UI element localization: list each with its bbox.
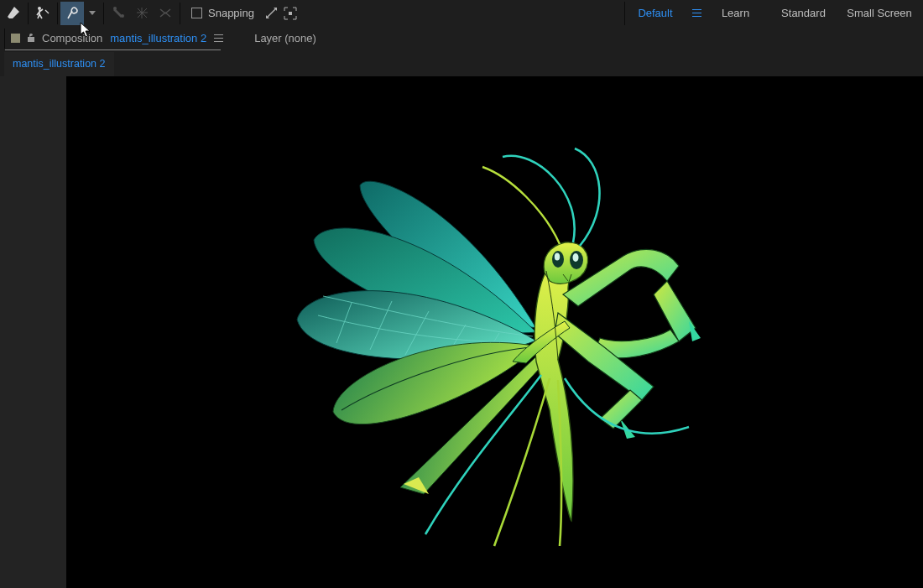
chevron-down-icon [89, 10, 96, 17]
divider [180, 3, 180, 24]
workspace-standard[interactable]: Standard [769, 0, 837, 26]
layer-label: Layer (none) [254, 32, 316, 44]
workspace-menu-icon[interactable] [692, 9, 701, 17]
svg-point-0 [38, 7, 41, 10]
svg-point-8 [573, 253, 579, 262]
pin-tool-active[interactable] [60, 2, 84, 25]
mesh-icon [135, 6, 149, 20]
snapping-checkbox[interactable] [191, 8, 202, 18]
svg-point-3 [140, 12, 143, 14]
workspace-label: Standard [781, 7, 826, 19]
side-strip [0, 76, 66, 588]
dropdown-indicator[interactable] [84, 2, 101, 25]
warp-tool [154, 2, 177, 25]
svg-point-7 [555, 252, 560, 260]
divider [57, 3, 58, 24]
workspace-label: Default [638, 7, 672, 19]
snapping-label: Snapping [208, 7, 254, 19]
divider [28, 3, 29, 24]
workspace-default[interactable]: Default [625, 0, 686, 26]
panel-menu-icon[interactable] [214, 34, 223, 42]
render-chip-icon[interactable] [11, 34, 20, 43]
mantis-illustration [66, 76, 923, 588]
composition-name[interactable]: mantis_illustration 2 [108, 32, 208, 44]
puppet-icon [35, 6, 50, 21]
workspace-tabs: Default Learn Standard Small Screen [624, 0, 921, 26]
bone-icon [112, 6, 126, 20]
disabled-tools [107, 0, 177, 26]
snap-expand-icon [265, 7, 278, 19]
tab-label: mantis_illustration 2 [13, 58, 105, 70]
composition-tabs: mantis_illustration 2 [0, 51, 923, 76]
warp-icon [159, 6, 173, 20]
eraser-tool[interactable] [2, 2, 25, 25]
puppet-pin-tool[interactable] [31, 2, 55, 25]
work-area [0, 76, 923, 588]
canvas[interactable] [66, 76, 923, 588]
snap-bounds-icon [284, 7, 297, 20]
composition-label: Composition [42, 32, 102, 44]
bone-tool [107, 2, 130, 25]
tool-group-left [2, 0, 101, 26]
workspace-small-screen[interactable]: Small Screen [837, 0, 921, 26]
divider [4, 29, 5, 49]
workspace-label: Learn [722, 7, 749, 19]
eraser-icon [7, 6, 21, 20]
workspace-learn[interactable]: Learn [701, 0, 769, 26]
workspace-label: Small Screen [847, 7, 911, 19]
svg-point-2 [121, 14, 124, 18]
composition-tab[interactable]: mantis_illustration 2 [4, 52, 114, 76]
lock-icon[interactable] [26, 32, 36, 45]
panel-underline [5, 49, 221, 50]
svg-point-1 [113, 7, 117, 10]
panel-header: Composition mantis_illustration 2 Layer … [0, 26, 923, 51]
divider [103, 3, 104, 24]
pin-icon [65, 6, 80, 20]
snapping-control[interactable]: Snapping [183, 7, 305, 20]
svg-rect-4 [289, 12, 292, 15]
mesh-tool [130, 2, 154, 25]
top-toolbar: Snapping Default Learn Standard Small Sc… [0, 0, 923, 26]
